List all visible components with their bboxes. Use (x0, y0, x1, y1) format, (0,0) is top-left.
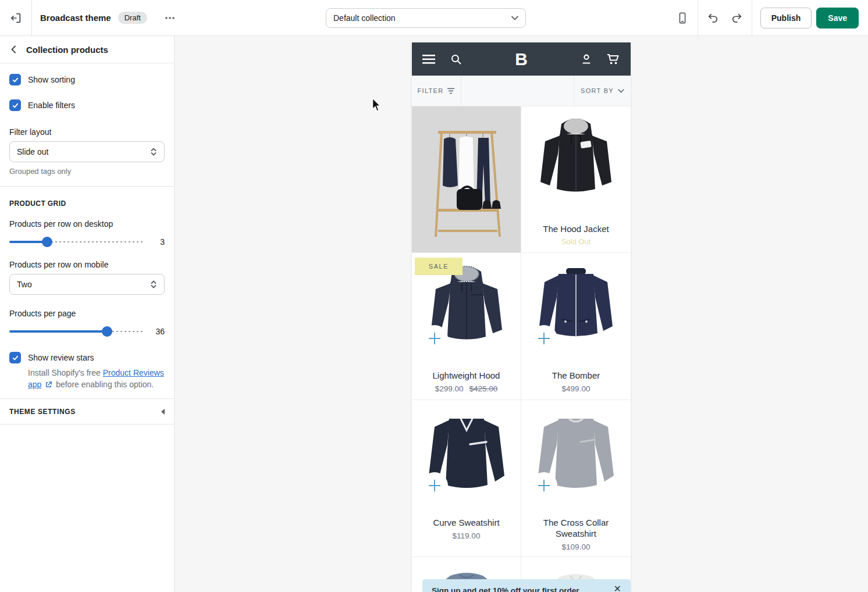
filter-button[interactable]: FILTER (412, 76, 461, 106)
store-header: B (412, 42, 631, 76)
external-link-icon (45, 381, 52, 388)
product-image-hood-jacket (521, 106, 631, 214)
product-price: $109.00 (521, 543, 631, 551)
helper-text: before enabling this option. (56, 380, 154, 389)
quick-add-button[interactable] (531, 325, 557, 352)
mobile-preview-button[interactable] (671, 6, 694, 30)
product-card[interactable]: The Hood Jacket Sold Out (521, 106, 631, 252)
publish-button[interactable]: Publish (760, 8, 812, 28)
compare-at-price: $425.00 (469, 384, 498, 393)
checkbox-show-sorting[interactable]: Show sorting (9, 74, 165, 85)
menu-button[interactable] (421, 51, 437, 67)
per-row-desktop-slider[interactable] (9, 237, 144, 247)
search-button[interactable] (448, 51, 464, 67)
cart-icon (607, 54, 620, 65)
divider (698, 0, 698, 35)
product-card[interactable]: Curve Sweatshirt $119.00 (412, 400, 521, 557)
product-title[interactable]: Curve Sweatshirt (412, 517, 521, 528)
review-stars-helper: Install Shopify's free Product Reviews a… (28, 367, 165, 390)
checkbox-checked-icon (9, 99, 21, 111)
theme-name: Broadcast theme (40, 13, 111, 23)
filter-lines-icon (447, 88, 455, 94)
chevron-down-icon (618, 89, 624, 93)
panel-title: Collection products (26, 45, 108, 55)
plus-icon (538, 333, 550, 344)
cart-button[interactable] (605, 51, 621, 67)
close-banner-button[interactable]: ✕ (614, 584, 621, 592)
kebab-menu-icon (165, 16, 175, 20)
undo-icon (707, 12, 720, 24)
quick-add-button[interactable] (531, 472, 557, 499)
quick-add-button[interactable] (421, 472, 448, 499)
hamburger-icon (422, 55, 436, 64)
product-price: $499.00 (521, 384, 631, 393)
per-page-label: Products per page (9, 309, 165, 318)
quick-add-button[interactable] (421, 325, 448, 352)
save-button[interactable]: Save (816, 8, 859, 28)
product-price: $119.00 (412, 532, 521, 540)
product-card[interactable]: The Cross Collar Sweatshirt $109.00 (521, 400, 631, 557)
divider (0, 186, 174, 187)
chevron-left-icon (9, 45, 19, 54)
store-logo[interactable]: B (515, 49, 528, 69)
checkbox-checked-icon (9, 352, 21, 363)
per-row-desktop-label: Products per row on desktop (9, 219, 165, 229)
filter-layout-helper: Grouped tags only (9, 167, 165, 176)
checkbox-label: Show review stars (28, 353, 94, 362)
section-heading: PRODUCT GRID (9, 199, 165, 208)
more-actions-button[interactable] (160, 12, 180, 24)
filter-layout-value: Slide out (17, 147, 48, 156)
product-title[interactable]: The Cross Collar Sweatshirt (521, 517, 631, 539)
product-card[interactable]: The Bomber $499.00 (521, 253, 631, 400)
template-selector[interactable]: Default collection (326, 8, 526, 28)
product-price: $299.00$425.00 (412, 384, 521, 393)
search-icon (450, 54, 462, 65)
filter-layout-select[interactable]: Slide out (9, 141, 165, 162)
phone-icon (676, 12, 689, 24)
back-button[interactable] (9, 45, 19, 54)
store-preview: B FILTER SORT BY (412, 42, 631, 592)
helper-text: Install Shopify's free (28, 368, 101, 377)
exit-icon (9, 12, 22, 24)
per-row-desktop-value: 3 (152, 237, 165, 247)
product-title[interactable]: Lightweight Hood (412, 370, 521, 381)
sold-out-label: Sold Out (521, 237, 631, 246)
collection-rack-image (412, 106, 521, 252)
slider-thumb[interactable] (102, 326, 112, 337)
topbar-actions: Publish Save (671, 0, 868, 35)
sidebar-header: Collection products (0, 36, 174, 63)
per-page-value: 36 (152, 327, 165, 336)
filter-layout-label: Filter layout (9, 127, 165, 137)
product-card[interactable]: SALE (412, 253, 521, 400)
topbar: Broadcast theme Draft Default collection (0, 0, 868, 36)
settings-sidebar: Collection products Show sorting Enable … (0, 36, 175, 592)
select-chevrons-icon (150, 280, 157, 289)
theme-editor: Broadcast theme Draft Default collection (0, 0, 868, 592)
per-row-mobile-label: Products per row on mobile (9, 260, 165, 269)
redo-icon (730, 12, 743, 24)
caret-down-icon (511, 16, 518, 20)
exit-editor-button[interactable] (0, 0, 32, 35)
theme-settings-label: THEME SETTINGS (9, 408, 76, 416)
slider-thumb[interactable] (42, 237, 52, 247)
sale-badge: SALE (415, 258, 463, 275)
product-title[interactable]: The Hood Jacket (521, 223, 631, 234)
redo-button[interactable] (725, 6, 748, 30)
template-selector-value: Default collection (333, 13, 396, 23)
plus-icon (429, 480, 440, 491)
collection-toolbar: FILTER SORT BY (412, 76, 631, 106)
per-page-slider[interactable] (9, 326, 144, 337)
checkbox-checked-icon (9, 74, 21, 85)
sort-by-button[interactable]: SORT BY (574, 76, 631, 106)
product-title[interactable]: The Bomber (521, 370, 631, 381)
product-grid: The Hood Jacket Sold Out SALE (412, 106, 631, 592)
theme-settings-toggle[interactable]: THEME SETTINGS (0, 399, 174, 425)
filter-label: FILTER (418, 87, 444, 94)
account-button[interactable] (578, 51, 595, 67)
price: $299.00 (435, 384, 464, 393)
checkbox-show-review-stars[interactable]: Show review stars (9, 352, 165, 363)
undo-button[interactable] (702, 6, 725, 30)
collection-image-cell[interactable] (412, 106, 521, 252)
checkbox-enable-filters[interactable]: Enable filters (9, 99, 165, 111)
per-row-mobile-select[interactable]: Two (9, 274, 165, 295)
